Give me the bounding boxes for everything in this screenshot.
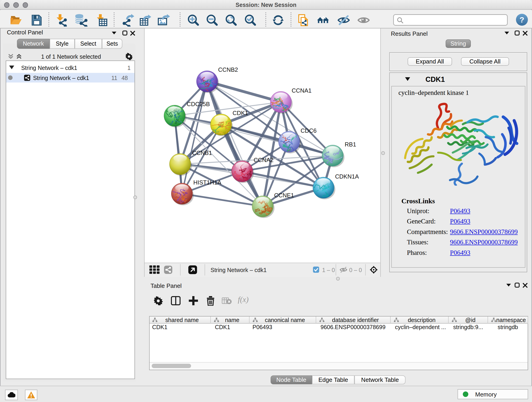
svg-text:CCNE1: CCNE1: [274, 192, 294, 198]
svg-text:HIST1H1A: HIST1H1A: [193, 179, 222, 186]
svg-text:RB1: RB1: [345, 141, 356, 148]
svg-text:CCNB1: CCNB1: [192, 150, 212, 156]
svg-text:CDC6: CDC6: [301, 128, 317, 134]
svg-text:CDC25B: CDC25B: [187, 101, 210, 107]
svg-text:CDK1: CDK1: [233, 110, 248, 116]
svg-text:CCNA1: CCNA1: [292, 87, 312, 94]
svg-text:CDKN1A: CDKN1A: [335, 173, 359, 180]
svg-text:CCNA2: CCNA2: [254, 157, 273, 163]
svg-text:CCNB2: CCNB2: [218, 66, 238, 73]
